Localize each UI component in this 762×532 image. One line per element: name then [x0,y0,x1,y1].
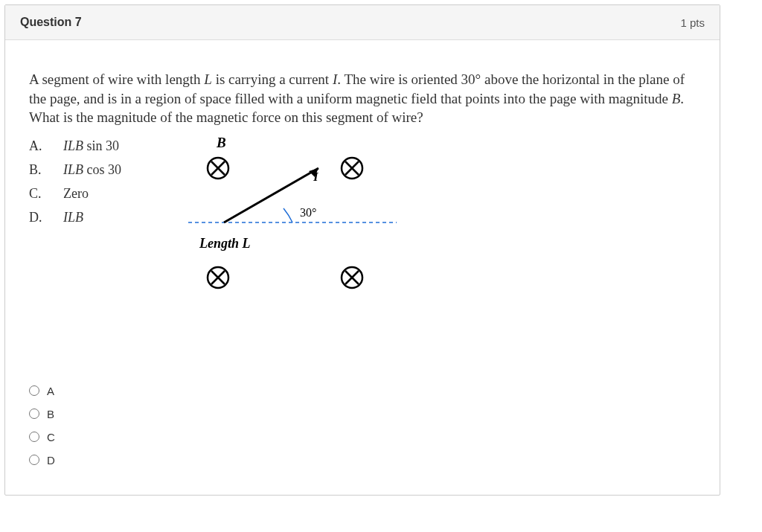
choice-letter: B. [29,160,50,181]
option-b[interactable]: B [29,408,696,420]
choice-letter: C. [29,184,50,205]
var-L: L [204,71,212,87]
var-B: B [672,91,681,106]
angle-label: 30° [300,206,316,219]
option-a[interactable]: A [29,385,696,397]
i-label: I [313,170,319,184]
option-label: D [47,454,55,467]
diagram: B [144,136,696,303]
radio-b[interactable] [29,408,39,419]
content-row: A. ILB sin 30 B. ILB cos 30 C. Zero D. I… [29,136,696,303]
question-card: Question 7 1 pts A segment of wire with … [4,4,720,496]
radio-d[interactable] [29,455,39,465]
prompt-text: A segment of wire with length [29,71,204,87]
into-page-icon [208,267,228,288]
choice-text: ILB cos 30 [63,160,121,181]
into-page-icon [342,267,362,288]
physics-diagram: B [144,136,397,300]
radio-a[interactable] [29,385,39,396]
option-d[interactable]: D [29,454,696,467]
choice-letter: D. [29,208,50,228]
choice-letter: A. [29,136,50,157]
into-page-icon [208,158,228,179]
choice-text: Zero [63,184,89,205]
prompt-text: is carrying a current [212,71,333,87]
answer-choices: A. ILB sin 30 B. ILB cos 30 C. Zero D. I… [29,136,121,303]
option-c[interactable]: C [29,431,696,443]
b-label: B [216,136,226,150]
choice-text: ILB sin 30 [63,136,119,157]
choice-b: B. ILB cos 30 [29,160,121,181]
question-number: Question 7 [20,16,82,29]
question-points: 1 pts [680,16,705,29]
option-label: A [47,385,54,397]
question-header: Question 7 1 pts [5,5,720,40]
into-page-icon [342,158,362,179]
option-label: C [47,431,55,443]
angle-arc [284,208,292,222]
choice-c: C. Zero [29,184,121,205]
choice-text: ILB [63,208,83,228]
length-label: Length L [199,236,251,251]
answer-options: A B C D [29,385,696,467]
option-label: B [47,408,54,420]
choice-d: D. ILB [29,208,121,228]
question-body: A segment of wire with length L is carry… [5,40,720,495]
choice-a: A. ILB sin 30 [29,136,121,157]
radio-c[interactable] [29,432,39,442]
question-prompt: A segment of wire with length L is carry… [29,70,696,127]
